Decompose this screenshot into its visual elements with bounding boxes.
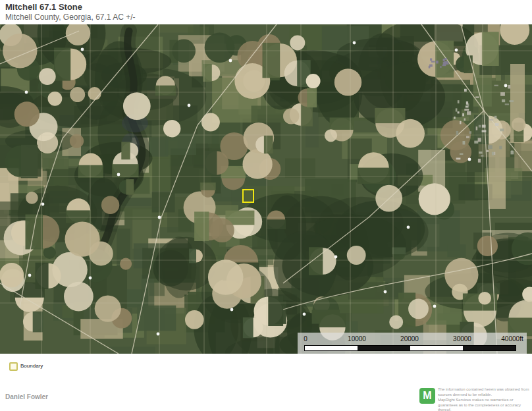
- map-export-header: Mitchell 67.1 Stone Mitchell County, Geo…: [0, 0, 532, 24]
- page-title: Mitchell 67.1 Stone: [5, 2, 82, 12]
- scale-tick: 10000: [348, 335, 366, 342]
- disclaimer-line: The information contained herein was obt…: [438, 387, 530, 397]
- scale-tick: 20000: [400, 335, 419, 342]
- scale-bar-segment: [463, 346, 516, 350]
- scale-unit: ft: [519, 335, 523, 342]
- satellite-imagery: [0, 24, 532, 354]
- legend-item-label: Boundary: [20, 363, 43, 369]
- boundary-swatch-icon: [9, 362, 18, 371]
- disclaimer-text: The information contained herein was obt…: [438, 387, 530, 411]
- scale-bar-segment: [410, 346, 463, 350]
- satellite-map-image: 0 10000 20000 30000 40000ft: [0, 24, 532, 354]
- scale-tick-with-unit: 40000ft: [501, 335, 523, 342]
- disclaimer-line: MapRight Services makes no warranties or…: [438, 398, 530, 411]
- scale-tick: 0: [304, 335, 307, 342]
- mapright-logo: M: [419, 388, 435, 404]
- scale-bar-segment: [305, 346, 358, 350]
- scale-bar-segments: [304, 345, 516, 351]
- scale-bar-segment: [358, 346, 410, 350]
- page-subtitle: Mitchell County, Georgia, 67.1 AC +/-: [5, 13, 136, 22]
- author-name: Daniel Fowler: [5, 393, 48, 400]
- scale-tick: 40000: [501, 335, 519, 342]
- scale-bar: 0 10000 20000 30000 40000ft: [298, 333, 527, 354]
- scale-tick: 30000: [453, 335, 471, 342]
- property-boundary-outline: [242, 189, 254, 203]
